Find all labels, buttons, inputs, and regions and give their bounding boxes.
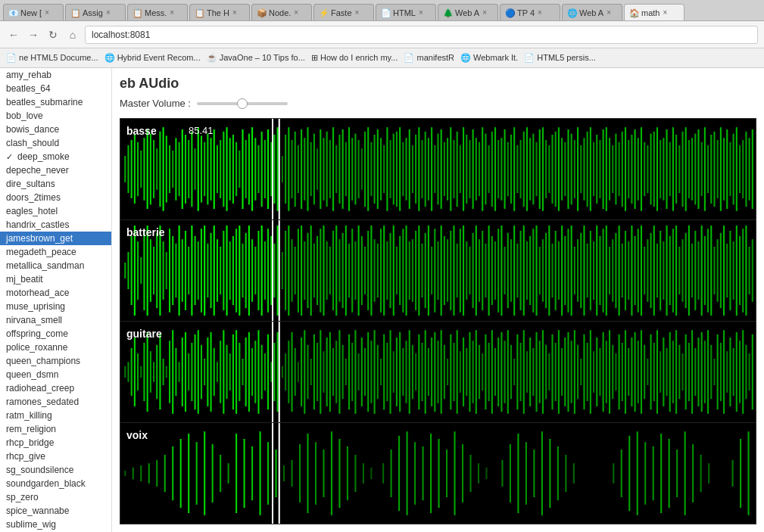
tab-assign[interactable]: 📋 Assig × — [65, 4, 126, 20]
svg-rect-354 — [619, 226, 620, 316]
tab-gmail[interactable]: 📧 New [ × — [3, 4, 64, 20]
reload-button[interactable]: ↻ — [45, 27, 61, 42]
svg-rect-324 — [523, 226, 525, 316]
svg-rect-283 — [393, 226, 394, 316]
tab-mess[interactable]: 📋 Mess. × — [127, 4, 188, 20]
svg-rect-410 — [163, 359, 164, 385]
bookmark-enrich[interactable]: ⊞ How do I enrich my... — [311, 53, 398, 63]
sidebar-item-eagles-hotel[interactable]: eagles_hotel — [0, 204, 111, 218]
waveform-voix[interactable] — [120, 423, 756, 524]
sidebar-item-queen-champions[interactable]: queen_champions — [0, 354, 111, 368]
svg-rect-458 — [317, 343, 318, 401]
tab-math[interactable]: 🏠 math × — [624, 4, 684, 20]
sidebar-item-ratm-killing[interactable]: ratm_killing — [0, 409, 111, 422]
tab-close-icon[interactable]: × — [607, 8, 611, 17]
address-bar[interactable] — [85, 26, 758, 44]
tab-faste[interactable]: ⚡ Faste × — [313, 4, 374, 20]
svg-rect-661 — [676, 450, 678, 497]
sidebar-item-offspring-come[interactable]: offspring_come — [0, 327, 111, 341]
svg-rect-59 — [313, 134, 315, 205]
sidebar-item-sg-soundsilence[interactable]: sg_soundsilence — [0, 463, 111, 477]
tab-label: Node. — [269, 8, 291, 17]
waveform-guitare[interactable] — [120, 322, 756, 422]
tab-close-icon[interactable]: × — [663, 8, 667, 17]
item-label: muse_uprising — [6, 301, 65, 312]
bookmark-hybrid[interactable]: 🌐 Hybrid Event Recom... — [104, 53, 201, 63]
sidebar-item-depeche-never[interactable]: depeche_never — [0, 163, 111, 177]
tab-close-icon[interactable]: × — [419, 8, 423, 17]
svg-rect-509 — [479, 345, 480, 399]
tab-close-icon[interactable]: × — [355, 8, 360, 17]
sidebar-item-nirvana-smell[interactable]: nirvana_smell — [0, 313, 111, 327]
sidebar-item-jamesbrown-get[interactable]: jamesbrown_get — [0, 232, 111, 245]
sidebar-item-ramones-sedated[interactable]: ramones_sedated — [0, 395, 111, 409]
sidebar-item-megadeth-peace[interactable]: megadeth_peace — [0, 245, 111, 259]
home-button[interactable]: ⌂ — [65, 27, 80, 42]
tab-tp4[interactable]: 🔵 TP 4 × — [500, 4, 560, 20]
sidebar-item-rhcp-bridge[interactable]: rhcp_bridge — [0, 436, 111, 450]
track-basse-label: basse — [126, 125, 157, 137]
sidebar-item-beatles-64[interactable]: beatles_64 — [0, 82, 111, 95]
sidebar-item-bob-love[interactable]: bob_love — [0, 109, 111, 123]
sidebar-item-soundgarden-black[interactable]: soundgarden_black — [0, 477, 111, 490]
svg-rect-220 — [191, 226, 192, 316]
svg-rect-271 — [354, 241, 356, 300]
svg-rect-544 — [590, 330, 591, 414]
bookmark-java[interactable]: ☕ JavaOne – 10 Tips fo... — [207, 53, 305, 63]
tab-close-icon[interactable]: × — [45, 8, 49, 17]
sidebar-item-police-roxanne[interactable]: police_roxanne — [0, 341, 111, 354]
svg-rect-511 — [485, 334, 486, 409]
sidebar-item-spice-wannabe[interactable]: spice_wannabe — [0, 504, 111, 518]
sidebar-item-bowis-dance[interactable]: bowis_dance — [0, 123, 111, 136]
svg-rect-23 — [198, 127, 199, 211]
svg-rect-554 — [622, 343, 623, 401]
playhead-guitare — [272, 322, 273, 422]
bookmark-manifest[interactable]: 📄 manifestR — [404, 53, 454, 63]
tab-close-icon[interactable]: × — [170, 8, 174, 17]
svg-rect-72 — [354, 134, 356, 205]
sidebar-item-motorhead-ace[interactable]: motorhead_ace — [0, 286, 111, 300]
sidebar-item-deep-smoke[interactable]: deep_smoke — [0, 150, 111, 163]
tab-node[interactable]: 📦 Node. × — [251, 4, 312, 20]
waveform-batterie[interactable] — [120, 220, 756, 321]
tab-close-icon[interactable]: × — [294, 8, 298, 17]
tab-web-a2[interactable]: 🌐 Web A × — [562, 4, 622, 20]
sidebar-item-clash-should[interactable]: clash_should — [0, 136, 111, 150]
tab-close-icon[interactable]: × — [106, 8, 111, 17]
bookmark-html5-persist[interactable]: 📄 HTML5 persis... — [524, 53, 596, 63]
svg-rect-632 — [407, 431, 408, 515]
sidebar-item-rem-religion[interactable]: rem_religion — [0, 422, 111, 436]
svg-rect-389 — [729, 231, 731, 310]
sidebar-item-muse-uprising[interactable]: muse_uprising — [0, 300, 111, 313]
sidebar-item-sublime-wig[interactable]: sublime_wig — [0, 518, 111, 531]
tab-html[interactable]: 📄 HTML × — [376, 4, 436, 20]
item-label: queen_dsmn — [6, 369, 58, 380]
svg-rect-408 — [156, 345, 157, 399]
sidebar-item-radiohead-creep[interactable]: radiohead_creep — [0, 381, 111, 395]
svg-rect-481 — [390, 330, 391, 414]
track-voix: voix — [120, 423, 756, 524]
master-volume-slider[interactable] — [197, 102, 288, 105]
tab-web-a1[interactable]: 🌲 Web A × — [438, 4, 498, 20]
bookmark-webmark[interactable]: 🌐 Webmark It. — [460, 53, 518, 63]
sidebar-item-queen-dsmn[interactable]: queen_dsmn — [0, 368, 111, 381]
sidebar-item-dire-sultans[interactable]: dire_sultans — [0, 177, 111, 191]
bookmark-html5[interactable]: 📄 ne HTML5 Docume... — [6, 53, 98, 63]
svg-rect-278 — [377, 244, 379, 297]
tab-close-icon[interactable]: × — [482, 8, 487, 17]
sidebar-item-rhcp-give[interactable]: rhcp_give — [0, 450, 111, 463]
tab-the-h[interactable]: 📋 The H × — [189, 4, 250, 20]
sidebar-item-handrix-castles[interactable]: handrix_castles — [0, 218, 111, 232]
sidebar-item-doors-2times[interactable]: doors_2times — [0, 191, 111, 204]
tab-close-icon[interactable]: × — [538, 8, 542, 17]
waveform-basse[interactable] — [120, 119, 756, 219]
sidebar-item-beatles-submarine[interactable]: beatles_submarine — [0, 95, 111, 109]
sidebar-item-mj-beatit[interactable]: mj_beatit — [0, 272, 111, 286]
sidebar-item-sp-zero[interactable]: sp_zero — [0, 490, 111, 504]
sidebar-item-metallica-sandman[interactable]: metallica_sandman — [0, 259, 111, 272]
forward-button[interactable]: → — [26, 27, 41, 42]
browser-window: 📧 New [ × 📋 Assig × 📋 Mess. × 📋 The H × … — [0, 0, 764, 532]
sidebar-item-amy-rehab[interactable]: amy_rehab — [0, 68, 111, 82]
tab-close-icon[interactable]: × — [232, 8, 237, 17]
back-button[interactable]: ← — [6, 27, 21, 42]
